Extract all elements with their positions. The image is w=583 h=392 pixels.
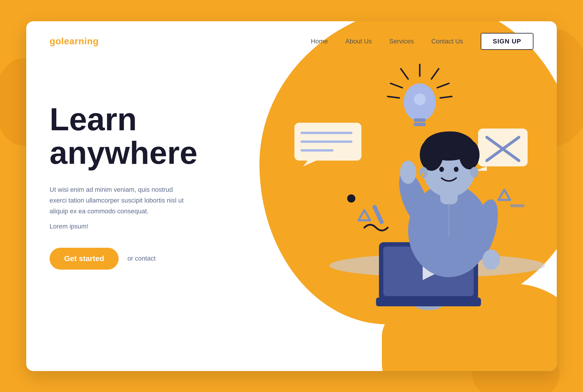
svg-line-12	[401, 69, 408, 79]
hero-title: Learn anywhere	[50, 102, 224, 170]
signup-button[interactable]: SIGN UP	[481, 33, 533, 50]
hero-description: Ut wisi enim ad minim veniam, quis nostr…	[50, 184, 184, 217]
svg-point-19	[414, 94, 426, 105]
svg-point-44	[439, 167, 444, 172]
svg-point-35	[400, 161, 416, 184]
svg-rect-31	[376, 298, 481, 306]
nav-links: Home About Us Services Contact Us SIGN U…	[311, 33, 533, 50]
svg-point-21	[347, 194, 355, 203]
svg-line-14	[388, 96, 399, 98]
svg-point-37	[482, 249, 500, 270]
svg-marker-23	[498, 190, 510, 200]
svg-point-48	[421, 173, 424, 176]
hero-svg	[265, 56, 557, 318]
svg-point-46	[419, 167, 428, 177]
svg-rect-17	[414, 118, 426, 122]
svg-rect-18	[414, 123, 426, 126]
svg-rect-24	[510, 204, 525, 207]
nav-home[interactable]: Home	[311, 38, 328, 45]
main-card: golearning Home About Us Services Contac…	[26, 21, 557, 371]
svg-marker-4	[303, 161, 316, 166]
hero-lorem: Lorem ipsum!	[50, 223, 224, 230]
hero-left-content: Learn anywhere Ut wisi enim ad minim ven…	[50, 85, 224, 270]
nav-services[interactable]: Services	[389, 38, 414, 45]
hero-illustration	[224, 85, 533, 347]
svg-rect-22	[372, 204, 384, 224]
nav-about[interactable]: About Us	[345, 38, 372, 45]
svg-marker-20	[359, 210, 370, 220]
svg-line-10	[431, 69, 439, 79]
hero-section: Learn anywhere Ut wisi enim ad minim ven…	[26, 61, 557, 347]
logo[interactable]: golearning	[50, 36, 99, 47]
svg-point-47	[470, 167, 478, 177]
svg-point-45	[454, 167, 459, 172]
or-contact-link[interactable]: or contact	[127, 255, 156, 262]
svg-line-13	[391, 83, 402, 88]
svg-line-15	[440, 96, 452, 98]
get-started-button[interactable]: Get started	[50, 248, 119, 270]
nav-contact[interactable]: Contact Us	[431, 38, 463, 45]
svg-line-11	[437, 83, 449, 88]
svg-point-43	[434, 131, 469, 152]
hero-actions: Get started or contact	[50, 248, 224, 270]
